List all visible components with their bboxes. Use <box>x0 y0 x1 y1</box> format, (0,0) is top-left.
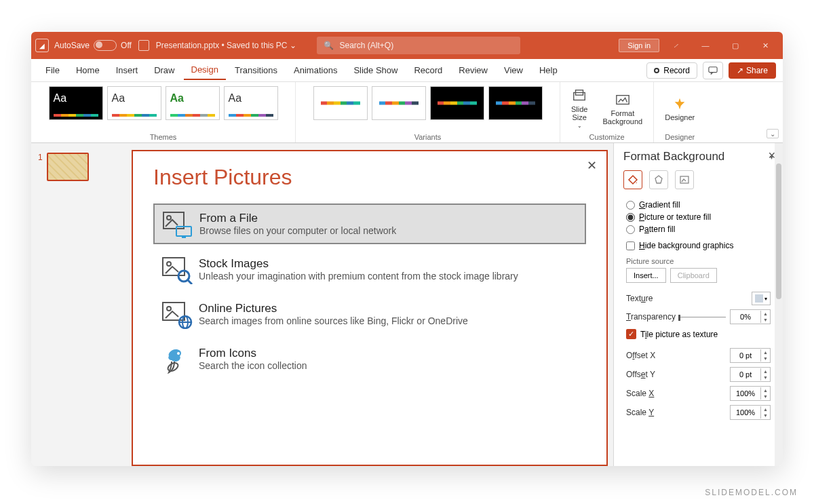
search-input[interactable]: 🔍 Search (Alt+Q) <box>317 37 520 54</box>
autosave-label: AutoSave <box>54 41 90 50</box>
online-pictures-icon <box>162 302 189 326</box>
tab-design[interactable]: Design <box>184 60 226 80</box>
texture-picker[interactable]: ▾ <box>752 292 771 305</box>
toggle-switch[interactable] <box>94 40 117 51</box>
texture-label: Texture <box>626 294 653 303</box>
theme-thumbnail[interactable]: Aa <box>107 86 161 120</box>
scale-x-spinner[interactable]: ▲▼ <box>730 386 771 401</box>
slide-thumb-1[interactable]: 1 <box>38 153 119 181</box>
tab-insert[interactable]: Insert <box>109 61 146 79</box>
tab-draw[interactable]: Draw <box>147 61 182 79</box>
offset-x-spinner[interactable]: ▲▼ <box>730 348 771 363</box>
app-icon: ◢ <box>35 39 49 52</box>
chevron-down-icon: ⌄ <box>290 41 296 50</box>
stock-images-icon <box>162 257 189 282</box>
picture-tab-icon[interactable] <box>675 170 694 189</box>
offset-x-label: Offset X <box>626 351 655 360</box>
themes-label: Themes <box>150 132 177 141</box>
close-button[interactable]: ✕ <box>752 33 779 58</box>
autosave-state: Off <box>121 41 132 50</box>
scale-x-label: Scale X <box>626 389 654 398</box>
window-controls: Sign in ⟋ — ▢ ✕ <box>619 33 779 58</box>
format-background-pane: ✕ Format Background▾ Gradient fill Pictu… <box>613 143 783 466</box>
transparency-label: Transparency <box>626 312 676 322</box>
svg-point-5 <box>167 216 171 220</box>
tab-slideshow[interactable]: Slide Show <box>346 61 405 79</box>
variant-thumbnail[interactable] <box>430 86 484 120</box>
app-window: ◢ AutoSave Off Presentation.pptx • Saved… <box>31 32 783 466</box>
dialog-close-button[interactable]: ✕ <box>587 158 597 173</box>
clipboard-button: Clipboard <box>670 268 717 283</box>
svg-rect-3 <box>617 95 629 104</box>
save-icon[interactable] <box>138 40 149 51</box>
scrollbar-thumb[interactable] <box>776 163 781 299</box>
theme-thumbnail[interactable]: Aa <box>166 86 220 120</box>
scale-y-spinner[interactable]: ▲▼ <box>730 405 771 420</box>
offset-y-spinner[interactable]: ▲▼ <box>730 367 771 382</box>
slide-size-button[interactable]: Slide Size ⌄ <box>566 86 593 132</box>
svg-point-17 <box>177 352 180 355</box>
tab-record[interactable]: Record <box>406 61 450 79</box>
option-from-icons[interactable]: From Icons Search the icon collection <box>153 339 586 379</box>
file-picture-icon <box>163 212 190 236</box>
insert-button[interactable]: Insert... <box>626 268 666 283</box>
tab-transitions[interactable]: Transitions <box>227 61 285 79</box>
fill-tab-icon[interactable] <box>623 170 642 189</box>
search-icon: 🔍 <box>324 41 334 50</box>
slide-canvas: ✕ Insert Pictures From a File Browse fil… <box>126 143 613 466</box>
theme-thumbnail[interactable]: Aa <box>224 86 278 120</box>
collapse-ribbon-button[interactable]: ⌄ <box>767 129 779 138</box>
hide-graphics-checkbox[interactable]: Hide background graphics <box>626 241 773 250</box>
record-dot-icon <box>654 68 659 73</box>
workspace: 1 ✕ Insert Pictures From a File Browse f… <box>31 143 783 466</box>
customize-group: Slide Size ⌄ Format Background Customize <box>560 82 654 142</box>
slide-preview <box>47 153 89 181</box>
option-online-pictures[interactable]: Online Pictures Search images from onlin… <box>153 294 586 334</box>
tab-home[interactable]: Home <box>69 61 107 79</box>
share-button[interactable]: ↗Share <box>729 62 776 79</box>
maximize-button[interactable]: ▢ <box>722 33 749 58</box>
option-stock-images[interactable]: Stock Images Unleash your imagination wi… <box>153 250 586 289</box>
comments-button[interactable] <box>703 62 723 79</box>
transparency-slider[interactable] <box>680 317 726 317</box>
dialog-title: Insert Pictures <box>153 165 586 190</box>
pane-scrollbar[interactable] <box>775 143 783 466</box>
svg-rect-0 <box>709 66 717 72</box>
offset-y-label: Offset Y <box>626 370 655 379</box>
autosave-toggle[interactable]: AutoSave Off <box>54 40 132 51</box>
designer-group-label: Designer <box>665 132 695 141</box>
radio-picture[interactable]: Picture or texture fill <box>626 211 773 223</box>
tile-checkbox[interactable]: ✓Tile picture as texture <box>626 329 773 339</box>
variant-thumbnail[interactable] <box>488 86 543 120</box>
transparency-spinner[interactable]: ▲▼ <box>730 309 771 324</box>
overflow-icon[interactable]: ⟋ <box>662 33 689 58</box>
theme-thumbnail[interactable]: Aa <box>49 86 103 120</box>
radio-pattern[interactable]: Pattern fill <box>626 223 773 235</box>
radio-gradient[interactable]: Gradient fill <box>626 199 773 211</box>
title-bar: ◢ AutoSave Off Presentation.pptx • Saved… <box>31 32 783 59</box>
variant-thumbnail[interactable] <box>372 86 426 120</box>
insert-pictures-dialog: ✕ Insert Pictures From a File Browse fil… <box>132 150 608 466</box>
record-button[interactable]: Record <box>646 62 697 79</box>
document-name[interactable]: Presentation.pptx • Saved to this PC ⌄ <box>156 41 297 50</box>
option-from-file[interactable]: From a File Browse files on your compute… <box>153 203 586 244</box>
pane-category-tabs <box>623 170 773 189</box>
effects-tab-icon[interactable] <box>649 170 668 189</box>
icons-icon <box>162 347 189 371</box>
signin-button[interactable]: Sign in <box>619 39 659 52</box>
svg-point-9 <box>167 262 171 266</box>
tab-review[interactable]: Review <box>451 61 495 79</box>
variant-thumbnail[interactable] <box>313 86 368 120</box>
variants-label: Variants <box>414 132 442 141</box>
designer-button[interactable]: Designer <box>659 86 700 132</box>
tab-file[interactable]: File <box>38 61 67 79</box>
picture-source-label: Picture source <box>626 257 773 265</box>
chevron-down-icon: ⌄ <box>577 123 582 129</box>
watermark: SLIDEMODEL.COM <box>705 488 798 497</box>
ribbon-tabs: File Home Insert Draw Design Transitions… <box>31 59 783 82</box>
tab-view[interactable]: View <box>497 61 530 79</box>
tab-animations[interactable]: Animations <box>286 61 345 79</box>
minimize-button[interactable]: — <box>692 33 719 58</box>
format-background-button[interactable]: Format Background <box>597 86 648 132</box>
tab-help[interactable]: Help <box>532 61 565 79</box>
